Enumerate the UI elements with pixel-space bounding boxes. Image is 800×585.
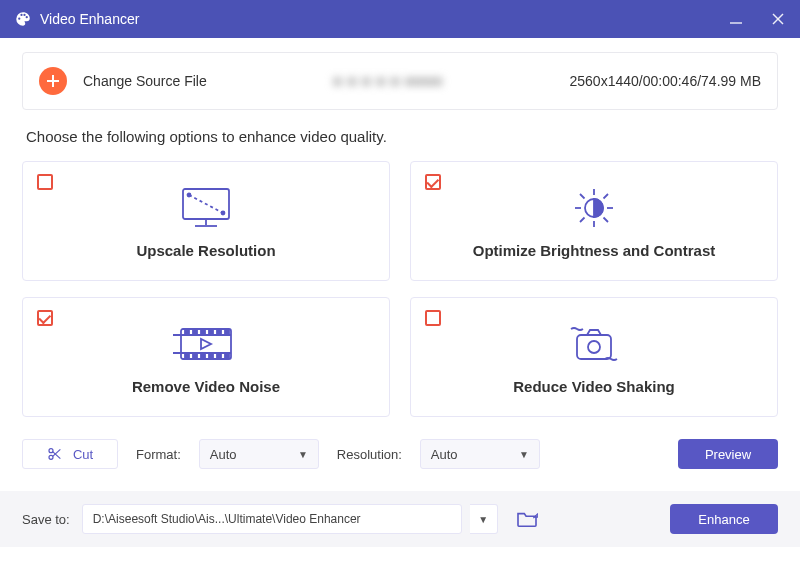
open-folder-button[interactable] — [516, 510, 538, 528]
instruction-text: Choose the following options to enhance … — [26, 128, 774, 145]
svg-point-37 — [588, 341, 600, 353]
save-path-dropdown[interactable]: ▼ — [470, 504, 498, 534]
svg-rect-31 — [201, 354, 205, 357]
save-path-field[interactable]: D:\Aiseesoft Studio\Ais...\Ultimate\Vide… — [82, 504, 462, 534]
titlebar: Video Enhancer — [0, 0, 800, 38]
svg-rect-29 — [185, 354, 189, 357]
change-source-button[interactable] — [39, 67, 67, 95]
film-icon — [173, 320, 239, 368]
svg-point-7 — [188, 193, 191, 196]
app-title: Video Enhancer — [40, 11, 139, 27]
source-file-row: Change Source File ■ ■ ■ ■ ■ ■■■■ 2560x1… — [22, 52, 778, 110]
resolution-label: Resolution: — [337, 447, 402, 462]
checkbox-brightness[interactable] — [425, 174, 441, 190]
resolution-value: Auto — [431, 447, 458, 462]
palette-icon — [14, 10, 32, 28]
monitor-icon — [177, 184, 235, 232]
titlebar-left: Video Enhancer — [14, 10, 139, 28]
save-to-label: Save to: — [22, 512, 70, 527]
svg-line-18 — [604, 194, 609, 199]
close-button[interactable] — [770, 11, 786, 27]
content-area: Change Source File ■ ■ ■ ■ ■ ■■■■ 2560x1… — [0, 38, 800, 469]
options-grid: Upscale Resolution Optimize Bright — [22, 161, 778, 417]
svg-rect-26 — [209, 330, 213, 333]
checkbox-noise[interactable] — [37, 310, 53, 326]
svg-line-6 — [189, 195, 223, 213]
card-reduce-shaking[interactable]: Reduce Video Shaking — [410, 297, 778, 417]
svg-rect-23 — [185, 330, 189, 333]
chevron-down-icon: ▼ — [298, 449, 308, 460]
save-path-text: D:\Aiseesoft Studio\Ais...\Ultimate\Vide… — [93, 512, 361, 526]
checkbox-upscale[interactable] — [37, 174, 53, 190]
brightness-icon — [565, 184, 623, 232]
svg-rect-28 — [225, 330, 229, 333]
svg-rect-33 — [217, 354, 221, 357]
card-remove-noise[interactable]: Remove Video Noise — [22, 297, 390, 417]
cut-label: Cut — [73, 447, 93, 462]
format-label: Format: — [136, 447, 181, 462]
format-value: Auto — [210, 447, 237, 462]
card-brightness-contrast[interactable]: Optimize Brightness and Contrast — [410, 161, 778, 281]
svg-rect-24 — [193, 330, 197, 333]
svg-line-17 — [604, 217, 609, 222]
change-source-label: Change Source File — [83, 73, 207, 89]
svg-rect-27 — [217, 330, 221, 333]
chevron-down-icon: ▼ — [519, 449, 529, 460]
svg-line-16 — [580, 194, 585, 199]
scissors-icon — [47, 446, 63, 462]
minimize-button[interactable] — [728, 11, 744, 27]
card-title-noise: Remove Video Noise — [132, 378, 280, 395]
svg-point-8 — [222, 211, 225, 214]
svg-rect-30 — [193, 354, 197, 357]
footer: Save to: D:\Aiseesoft Studio\Ais...\Ulti… — [0, 491, 800, 547]
enhance-label: Enhance — [698, 512, 749, 527]
resolution-select[interactable]: Auto ▼ — [420, 439, 540, 469]
card-title-brightness: Optimize Brightness and Contrast — [473, 242, 716, 259]
checkbox-shaking[interactable] — [425, 310, 441, 326]
window-controls — [728, 11, 786, 27]
format-select[interactable]: Auto ▼ — [199, 439, 319, 469]
svg-rect-34 — [225, 354, 229, 357]
chevron-down-icon: ▼ — [478, 514, 488, 525]
card-title-shaking: Reduce Video Shaking — [513, 378, 674, 395]
svg-line-19 — [580, 217, 585, 222]
source-filename: ■ ■ ■ ■ ■ ■■■■ — [223, 73, 554, 89]
svg-rect-25 — [201, 330, 205, 333]
camera-shake-icon — [561, 320, 627, 368]
card-title-upscale: Upscale Resolution — [136, 242, 275, 259]
cut-button[interactable]: Cut — [22, 439, 118, 469]
enhance-button[interactable]: Enhance — [670, 504, 778, 534]
card-upscale-resolution[interactable]: Upscale Resolution — [22, 161, 390, 281]
preview-label: Preview — [705, 447, 751, 462]
preview-button[interactable]: Preview — [678, 439, 778, 469]
svg-rect-36 — [577, 335, 611, 359]
svg-rect-32 — [209, 354, 213, 357]
source-metadata: 2560x1440/00:00:46/74.99 MB — [570, 73, 762, 89]
svg-marker-35 — [201, 339, 211, 349]
controls-row: Cut Format: Auto ▼ Resolution: Auto ▼ Pr… — [22, 439, 778, 469]
